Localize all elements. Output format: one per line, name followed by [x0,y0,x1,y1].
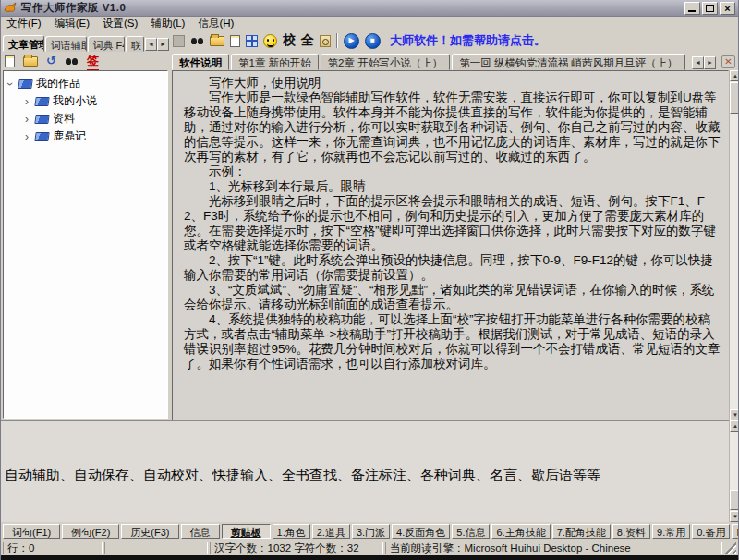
main-body: › 我的作品 › 我的小说 › 资料 › 鹿鼎记 写作大师，使用说明 [1,70,738,420]
status-line-count: 行：0 [3,542,103,554]
doc-paragraph: 1、光标移到本行最后。眼睛 [184,179,721,194]
btab-5-info[interactable]: 5.信息 [452,524,490,539]
btab-examples-f2[interactable]: 例句(F2) [62,524,119,539]
tab-lian-truncated[interactable]: 联 [126,36,144,52]
btab-6-hero-skill[interactable]: 6.主角技能 [491,524,550,539]
chevron-right-icon[interactable]: › [22,115,31,124]
menu-file[interactable]: 文件(F) [6,17,42,30]
btab-clipboard[interactable]: 剪贴板 [222,524,271,539]
btab-7-support-skill[interactable]: 7.配角技能 [552,524,611,539]
tree-item-ludingji[interactable]: › 鹿鼎记 [6,128,165,145]
doc-paragraph: 4、系统提供独特的校稿功能，可以选择上面“校”字按钮打开功能菜单进行各种你需要的… [184,312,721,371]
tree-item-my-works[interactable]: › 我的作品 [6,75,165,92]
maximize-icon [706,5,714,12]
resize-grip[interactable] [724,542,736,554]
title-bar: 写作大师作家版 V1.0 × [1,0,738,17]
open-folder-icon[interactable] [210,36,224,46]
whole-book-button[interactable]: 全 [301,32,314,49]
scroll-thumb[interactable] [730,82,739,114]
btab-0-spare[interactable]: 0.备用 [692,524,730,539]
menu-edit[interactable]: 编辑(E) [55,17,90,30]
stop-speech-icon[interactable]: ■ [365,33,381,49]
toolbar-separator [336,33,338,48]
doc-paragraph: 写作大师是一款绿色智能辅助写作软件，软件无需安装，直接运行即可，你可以复制到U盘… [184,91,721,164]
open-folder-icon[interactable] [23,56,38,67]
help-link[interactable]: 大师软件！如需帮助请点击。 [390,32,546,49]
scroll-thumb[interactable] [730,490,739,510]
sub-toolbar-row: ↺ 签 软件说明 第1章 新的开始 第2章 开始写小说（上） 第一回 纵横钩党清… [1,52,738,70]
btab-info[interactable]: 信息 [181,524,220,539]
screen-bottom-strip [1,555,738,560]
tab-article-manage[interactable]: 文章管理 [3,35,44,52]
tree-item-label: 鹿鼎记 [53,128,86,144]
helper-search-icon[interactable] [320,35,331,47]
close-button[interactable]: × [720,2,735,15]
app-logo-icon [4,2,18,14]
tree-item-my-novel[interactable]: › 我的小说 [6,92,165,110]
left-tabs-scroll-right-icon[interactable]: ► [157,38,169,51]
menu-bar: 文件(F) 编辑(E) 设置(S) 辅助(L) 信息(H) [1,17,738,30]
scroll-up-icon[interactable]: ▲ [730,70,739,81]
tab-dictionary[interactable]: 词典 F4 [88,36,125,52]
btab-8-material[interactable]: 8.资料 [612,524,650,539]
status-empty-cell [104,542,208,554]
tree-item-label: 资料 [53,111,75,127]
menu-info[interactable]: 信息(H) [198,17,234,30]
notes-document-icon[interactable] [230,35,240,47]
find-binoculars-icon[interactable] [65,56,79,66]
scroll-down-icon[interactable]: ▼ [730,409,739,420]
btab-3-sect[interactable]: 3.门派 [352,524,390,539]
search-binoculars-icon[interactable] [190,36,204,45]
smiley-icon[interactable] [263,34,277,48]
blank-square-icon[interactable] [173,35,185,47]
layout-grid-icon[interactable] [246,35,258,47]
btab-4-villain[interactable]: 4.反面角色 [392,524,450,539]
btab-9-common[interactable]: 9.常用 [652,524,690,539]
left-tabs-scroll-left-icon[interactable]: ◄ [145,38,157,51]
sign-button[interactable]: 签 [87,53,99,70]
btab-history-f3[interactable]: 历史(F3) [121,524,178,539]
btab-1-role[interactable]: 1.角色 [273,524,310,539]
btab-2-props[interactable]: 2.道具 [312,524,350,539]
window-title: 写作大师作家版 V1.0 [21,1,126,15]
menu-settings[interactable]: 设置(S) [103,17,138,30]
proofread-button[interactable]: 校 [283,32,296,49]
btab-f9-sect-relations[interactable]: F9.门派关系 [732,524,738,539]
document-tabs: 软件说明 第1章 新的开始 第2章 开始写小说（上） 第一回 纵横钩党清流祸 峭… [172,53,737,70]
left-panel-toolbar: ↺ 签 [5,53,99,69]
doc-paragraph: 2、按下“1”键。此时系统会弹出预设的快捷信息。同理，按下0-9、F9-F12的… [184,253,721,283]
main-toolbar: 校 全 ▶ ■ 大师软件！如需帮助请点击。 [173,31,546,50]
scroll-up-icon[interactable]: ▲ [730,420,739,432]
app-window: 写作大师作家版 V1.0 × 文件(F) 编辑(E) 设置(S) 辅助(L) 信… [0,0,739,560]
hint-panel[interactable]: 自动辅助、自动保存、自动校对、快捷输入、全书查找、备注标注、各种词典、名言、歇后… [1,420,738,522]
doc-tab-chapter1[interactable]: 第1章 新的开始 [231,54,319,70]
chevron-right-icon[interactable]: › [22,132,31,141]
refresh-icon[interactable]: ↺ [46,55,56,67]
doc-tabs-scroll-right-icon[interactable]: ► [704,56,716,69]
document-editor[interactable]: 写作大师，使用说明 写作大师是一款绿色智能辅助写作软件，软件无需安装，直接运行即… [172,70,729,420]
new-document-icon[interactable] [5,55,15,67]
book-icon [34,97,49,106]
scroll-down-icon[interactable]: ▼ [730,511,739,522]
doc-paragraph: 示例： [184,164,721,179]
doc-tab-software-intro[interactable]: 软件说明 [172,54,229,70]
tree-item-label: 我的作品 [36,76,80,91]
chevron-right-icon[interactable]: › [22,97,31,106]
chevron-down-icon[interactable]: › [6,79,15,89]
book-icon [18,79,32,89]
minimize-button[interactable] [684,2,700,15]
tab-word-assist[interactable]: 词语辅助 [45,36,87,52]
maximize-button[interactable] [702,2,718,15]
document-scrollbar[interactable]: ▲ ▼ [729,70,739,420]
menu-assist[interactable]: 辅助(L) [151,17,185,30]
bottom-tab-bar: 词句(F1) 例句(F2) 历史(F3) 信息 剪贴板 1.角色 2.道具 3.… [1,522,738,541]
doc-tab-chapter2[interactable]: 第2章 开始写小说（上） [321,54,451,70]
play-speech-icon[interactable]: ▶ [344,33,359,49]
btab-phrases-f1[interactable]: 词句(F1) [3,524,60,539]
tree-item-materials[interactable]: › 资料 [6,110,165,128]
book-icon [34,132,49,141]
doc-tab-chapter-first[interactable]: 第一回 纵横钩党清流祸 峭茜风期月旦评（上） [452,54,684,70]
hint-panel-scrollbar[interactable]: ▲ ▼ [729,420,739,522]
doc-tabs-scroll-left-icon[interactable]: ◄ [692,56,704,69]
doc-tab-close-icon[interactable]: ✕ [721,55,735,68]
